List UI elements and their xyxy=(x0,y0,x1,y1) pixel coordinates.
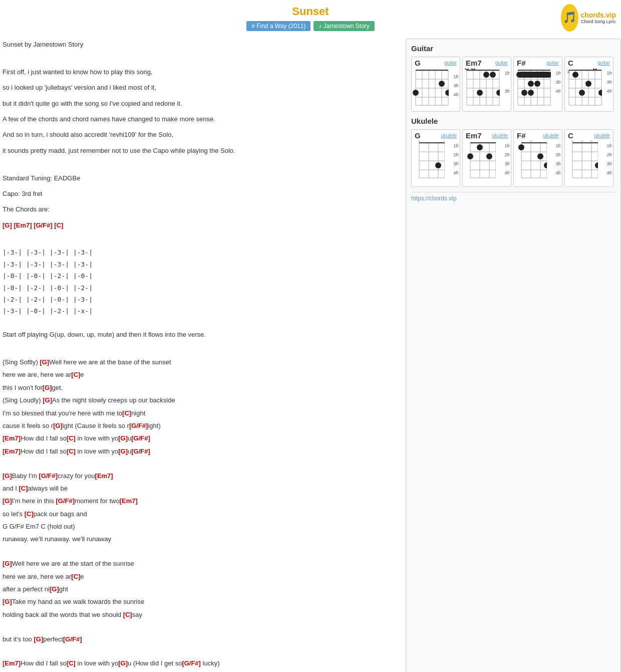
lyric-line: so let's [C]pack our bags and xyxy=(3,508,401,520)
lyric-line: [G]I'm here in this [G/F#]moment for two… xyxy=(3,495,401,507)
lyric-line: [Em7]How did I fall so[C] in love with y… xyxy=(3,432,401,444)
intro-line-6: it sounds pretty madd, just remember not… xyxy=(3,145,401,156)
tab-line-2: |-3-| |-3-| |-3-| |-3-| xyxy=(3,259,401,270)
tab-line-6: |-3-| |-0-| |-2-| |-x-| xyxy=(3,305,401,317)
tab-line-4: |-0-| |-2-| |-0-| |-2-| xyxy=(3,282,401,294)
lyric-line: but it's too [G]perfect[G/F#] xyxy=(3,633,401,645)
svg-point-13 xyxy=(445,90,449,96)
tab-line-1: |-3-| |-3-| |-3-| |-3-| xyxy=(3,247,401,258)
svg-point-85 xyxy=(477,144,483,150)
lyric-line: [Em7]How did I fall so[C] in love with y… xyxy=(3,657,401,669)
lyric-line: (Sing Loudly) [G]As the night slowly cre… xyxy=(3,394,401,406)
svg-point-28 xyxy=(490,72,496,78)
tuning-line: Standard Tuning: EADGBe xyxy=(3,172,401,184)
tag-find-a-way[interactable]: # Find a Way (2011) xyxy=(246,21,310,31)
svg-point-63 xyxy=(598,90,602,96)
bridge: [Em7]How did I fall so[C] in love with y… xyxy=(3,657,401,672)
logo-icon: 🎵 xyxy=(561,4,578,32)
guitar-chord-Em7: Em7 guitar xyxy=(462,57,511,112)
lyric-line: [Em7]How did I fall so[C] in love with y… xyxy=(3,445,401,457)
lyric-line: after a perfect ni[G]ght xyxy=(3,583,401,595)
capo-line: Capo: 3rd fret xyxy=(3,188,401,199)
svg-point-43 xyxy=(528,81,534,87)
lyric-line: here we are, here we ar[C]e xyxy=(3,369,401,380)
guitar-chord-C: C guitar x xyxy=(564,57,613,112)
guitar-G-diagram xyxy=(413,68,449,108)
chord-panel: Guitar G guitar xyxy=(406,39,621,672)
artist-line: Sunset by Jamestown Story xyxy=(3,39,401,50)
ukulele-Em7-diagram xyxy=(467,141,496,183)
svg-point-113 xyxy=(595,162,598,168)
tab-section: |-3-| |-3-| |-3-| |-3-| |-3-| |-3-| |-3-… xyxy=(3,247,401,317)
verse-1: (Sing Softly) [G]Well here we are at the… xyxy=(3,356,401,457)
lyric-line: [G]Take my hand as we walk towards the s… xyxy=(3,596,401,607)
svg-point-45 xyxy=(521,90,527,96)
svg-point-27 xyxy=(483,72,489,78)
guitar-C-diagram: x xyxy=(566,68,602,108)
svg-point-46 xyxy=(528,90,534,96)
ukulele-chord-G: G ukulele xyxy=(411,129,460,187)
chorus-1: [G]Baby I'm [G/F#]crazy for you[Em7] and… xyxy=(3,470,401,545)
lyric-line: holding back all the words that we shoul… xyxy=(3,609,401,620)
lyric-line: here we are, here we ar[C]e xyxy=(3,571,401,582)
lyric-line: I'm so blessed that you're here with me … xyxy=(3,407,401,419)
tag-row: # Find a Way (2011) ♪ Jamestown Story xyxy=(0,21,621,31)
lyric-line: and I [C]always will be xyxy=(3,483,401,494)
intro-line-2: so i looked up 'juliebays' version and i… xyxy=(3,82,401,93)
ukulele-chord-Fsharp: F# ukulele xyxy=(513,129,562,187)
svg-point-75 xyxy=(435,162,441,168)
site-logo: 🎵 chords.vip Chord Song Lyric xyxy=(561,3,616,33)
verse-2: [G]Well here we are at the start of the … xyxy=(3,558,401,645)
page-wrapper: Sunset # Find a Way (2011) ♪ Jamestown S… xyxy=(0,0,621,672)
svg-point-29 xyxy=(477,90,483,96)
svg-point-12 xyxy=(413,90,419,96)
guitar-chords-row: G guitar xyxy=(411,57,615,112)
ukulele-G-diagram xyxy=(416,141,445,183)
svg-point-62 xyxy=(579,90,585,96)
svg-point-30 xyxy=(496,90,500,96)
guitar-section-title: Guitar xyxy=(411,44,615,53)
lyric-line: (Sing Softly) [G]Well here we are at the… xyxy=(3,356,401,368)
intro-line-5: And so in turn, i should also accredit '… xyxy=(3,129,401,140)
svg-point-61 xyxy=(585,81,591,87)
lyric-line: G G/F# Em7 C (hold out) xyxy=(3,521,401,532)
guitar-Fsharp-diagram xyxy=(515,68,551,108)
ukulele-C-diagram xyxy=(569,141,598,183)
page-title: Sunset xyxy=(0,5,621,18)
svg-point-100 xyxy=(544,162,547,168)
guitar-chord-G: G guitar xyxy=(411,57,460,112)
left-column: Sunset by Jamestown Story First off, i j… xyxy=(3,39,406,672)
ukulele-section-title: Ukulele xyxy=(411,117,615,125)
svg-point-99 xyxy=(537,153,543,159)
lyric-line: [G]Baby I'm [G/F#]crazy for you[Em7] xyxy=(3,470,401,482)
svg-point-87 xyxy=(486,153,492,159)
intro-line-1: First off, i just wanted to know how to … xyxy=(3,66,401,78)
page-header: Sunset # Find a Way (2011) ♪ Jamestown S… xyxy=(0,0,621,34)
ukulele-chord-C: C ukulele xyxy=(564,129,613,187)
ukulele-Fsharp-diagram xyxy=(518,141,547,183)
chords-list-line: [G] [Em7] [G/F#] [C] xyxy=(3,219,401,231)
tab-line-5: |-2-| |-2-| |-0-| |-3-| xyxy=(3,294,401,305)
chords-label-line: The Chords are: xyxy=(3,203,401,215)
song-description: Sunset by Jamestown Story First off, i j… xyxy=(3,39,401,672)
ukulele-chords-row: G ukulele xyxy=(411,129,615,187)
lyric-line: [G]Well here we are at the start of the … xyxy=(3,558,401,569)
logo-text: chords.vip Chord Song Lyric xyxy=(580,11,616,24)
transition-text: Start off playing G(up, down, up, mute) … xyxy=(3,329,401,340)
intro-line-3: but it didn't quite go with the song so … xyxy=(3,98,401,109)
svg-point-25 xyxy=(465,68,468,70)
guitar-Em7-diagram xyxy=(464,68,500,108)
tag-jamestown-story[interactable]: ♪ Jamestown Story xyxy=(314,21,374,31)
svg-point-60 xyxy=(572,72,578,78)
site-url: https://chords.vip xyxy=(411,192,615,202)
guitar-chord-Fsharp: F# guitar xyxy=(513,57,562,112)
ukulele-chord-Em7: Em7 ukulele xyxy=(462,129,511,187)
main-layout: Sunset by Jamestown Story First off, i j… xyxy=(0,34,621,672)
lyric-line: cause it feels so r[G]ight (Cause it fee… xyxy=(3,420,401,431)
svg-point-86 xyxy=(467,153,473,159)
svg-point-26 xyxy=(472,68,475,70)
svg-point-59 xyxy=(593,68,596,70)
svg-rect-42 xyxy=(516,72,551,78)
lyric-line: runaway. we'll runaway. we'll runaway xyxy=(3,533,401,545)
svg-point-44 xyxy=(534,81,540,87)
